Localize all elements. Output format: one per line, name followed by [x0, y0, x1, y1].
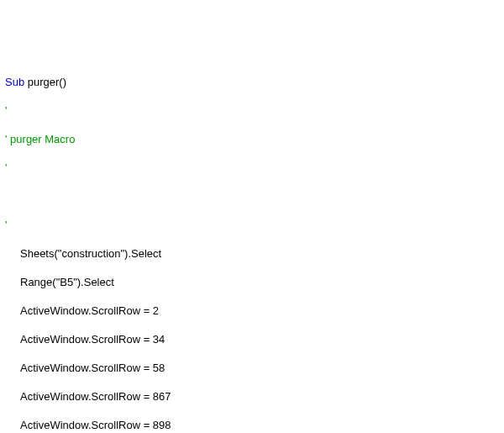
code-line: ActiveWindow.ScrollRow = 2 — [5, 304, 499, 318]
sub-name: purger() — [24, 76, 66, 88]
code-line: ​Sub purger() — [5, 75, 499, 89]
code-text: ActiveWindow.ScrollRow = 34 — [20, 333, 165, 346]
code-line: ActiveWindow.ScrollRow = 898 — [5, 418, 499, 432]
code-line: ​' — [5, 161, 499, 175]
code-text: Range("B5").Select — [20, 276, 114, 288]
code-text: ActiveWindow.ScrollRow = 898 — [20, 419, 171, 431]
comment-text: purger Macro — [7, 133, 75, 145]
code-line: Sheets("construction").Select — [5, 246, 499, 261]
code-line: Range("B5").Select — [5, 275, 499, 289]
code-line: ActiveWindow.ScrollRow = 867 — [5, 389, 499, 404]
code-text: ActiveWindow.ScrollRow = 58 — [20, 362, 165, 374]
code-line: ​' purger Macro — [5, 132, 499, 146]
code-text: Sheets("construction").Select — [20, 247, 161, 260]
comment-marker: ' — [5, 161, 7, 174]
code-text: ActiveWindow.ScrollRow = 867 — [20, 390, 171, 403]
comment-marker: ' — [5, 219, 7, 231]
code-line: ActiveWindow.ScrollRow = 34 — [5, 332, 499, 346]
code-line: ​' — [5, 218, 499, 232]
code-text: ActiveWindow.ScrollRow = 2 — [20, 304, 159, 317]
keyword-sub: Sub — [5, 76, 24, 88]
code-editor[interactable]: ​Sub purger() ​' ​' purger Macro ​' ​ ​'… — [5, 61, 499, 433]
code-line: ​ — [5, 189, 499, 203]
code-line: ​' — [5, 103, 499, 118]
comment-marker: ' — [5, 104, 7, 117]
code-line: ActiveWindow.ScrollRow = 58 — [5, 361, 499, 375]
